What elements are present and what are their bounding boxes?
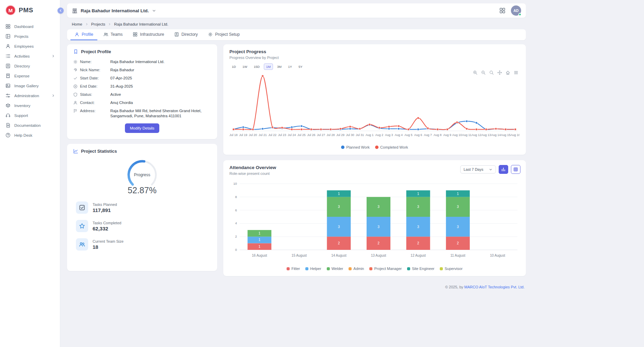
star-icon — [76, 220, 88, 232]
field-value: Raja Bahadur International Ltd. — [110, 59, 211, 64]
card-title: Project Profile — [81, 49, 111, 54]
field-value: Raja Bahadur — [110, 67, 211, 73]
infrastructure-tab-icon — [133, 32, 138, 37]
legend-completed-work[interactable]: Completed Work — [375, 145, 408, 149]
sidebar-item-activities[interactable]: Activities — [0, 51, 60, 61]
legend-site-engineer[interactable]: Site Engineer — [407, 267, 434, 271]
sidebar-item-expense[interactable]: Expense — [0, 71, 60, 81]
range-3m-button[interactable]: 3M — [275, 63, 284, 70]
range-15d-button[interactable]: 15D — [251, 63, 262, 70]
expense-icon — [5, 73, 11, 78]
zoom-out-icon[interactable] — [481, 70, 486, 75]
user-avatar[interactable]: AD — [511, 5, 521, 16]
sidebar-item-dashboard[interactable]: Dashboard — [0, 21, 60, 31]
svg-text:2: 2 — [417, 241, 419, 245]
footer-company-link[interactable]: MARCO AIoT Technologies Pvt. Ltd. — [464, 285, 525, 289]
svg-text:2: 2 — [338, 241, 340, 245]
sidebar-item-support[interactable]: Support — [0, 110, 60, 120]
field-label-end-date: End Date: — [73, 84, 108, 89]
project-progress-chart[interactable]: Jul 18Jul 19Jul 20Jul 21Jul 22Jul 23Jul … — [229, 71, 519, 144]
card-subtitle: Progress Overview by Project — [229, 56, 520, 60]
company-switcher[interactable]: Raja Bahadur International Ltd. — [72, 8, 156, 14]
sidebar-item-employees[interactable]: Employees — [0, 41, 60, 51]
breadcrumb-item-home[interactable]: Home — [72, 22, 82, 26]
legend-admin[interactable]: Admin — [349, 267, 364, 271]
profile-fields: Name:Raja Bahadur International Ltd.Nick… — [73, 59, 211, 119]
tab-label: Teams — [111, 32, 123, 37]
legend-fitter[interactable]: Fitter — [287, 267, 300, 271]
sidebar-item-directory[interactable]: Directory — [0, 61, 60, 71]
legend-project-manager[interactable]: Project Manager — [369, 267, 402, 271]
legend-welder[interactable]: Welder — [327, 267, 343, 271]
svg-text:2: 2 — [377, 241, 380, 245]
sidebar-collapse-button[interactable] — [58, 7, 64, 14]
pan-icon[interactable] — [497, 70, 502, 75]
field-label-start-date: Start Date: — [73, 76, 108, 81]
sidebar-item-help-desk[interactable]: Help Desk — [0, 130, 60, 140]
sidebar-item-label: Dashboard — [14, 25, 55, 29]
range-1m-button[interactable]: 1M — [264, 63, 273, 70]
range-1w-button[interactable]: 1W — [240, 63, 249, 70]
attendance-chart[interactable]: 024681011116 August15 August233114 Augus… — [229, 180, 519, 265]
tab-directory[interactable]: Directory — [170, 29, 202, 40]
date-range-select[interactable]: Last 7 Days — [460, 165, 496, 174]
tab-infrastructure[interactable]: Infrastructure — [129, 29, 168, 40]
circle-cross-icon — [73, 84, 78, 89]
copyright-text: © 2025, by — [445, 285, 463, 289]
svg-text:1: 1 — [338, 192, 340, 196]
tab-bar: ProfileTeamsInfrastructureDirectoryProje… — [67, 29, 526, 40]
svg-text:0: 0 — [235, 248, 237, 252]
svg-text:Aug 9: Aug 9 — [443, 133, 451, 137]
svg-text:Aug 15: Aug 15 — [501, 133, 511, 137]
menu-icon[interactable] — [514, 70, 518, 75]
dashboard-icon — [5, 24, 11, 29]
gauge-label: Progress — [125, 172, 159, 177]
footer: © 2025, by MARCO AIoT Technologies Pvt. … — [223, 282, 526, 289]
legend-helper[interactable]: Helper — [305, 267, 321, 271]
svg-text:Jul 30: Jul 30 — [346, 133, 354, 137]
sidebar-item-documentation[interactable]: Documentation — [0, 120, 60, 130]
selection-icon[interactable] — [489, 70, 494, 75]
svg-text:1: 1 — [417, 192, 419, 196]
bar-chart-legend: FitterHelperWelderAdminProject ManagerSi… — [229, 267, 520, 271]
range-5y-button[interactable]: 5Y — [296, 63, 305, 70]
apps-grid-button[interactable] — [499, 7, 505, 14]
task-check-icon — [76, 201, 88, 214]
svg-text:Aug 13: Aug 13 — [481, 133, 491, 137]
sidebar-item-label: Inventory — [14, 104, 55, 108]
range-1y-button[interactable]: 1Y — [286, 63, 294, 70]
sidebar-item-projects[interactable]: Projects — [0, 31, 60, 41]
main-content: Raja Bahadur International Ltd. AD HomeP… — [67, 0, 526, 289]
tab-teams[interactable]: Teams — [99, 29, 127, 40]
svg-text:Aug 14: Aug 14 — [491, 133, 501, 137]
table-view-button[interactable] — [511, 165, 520, 174]
modify-details-button[interactable]: Modify Details — [125, 123, 159, 133]
sidebar-item-label: Expense — [14, 74, 55, 78]
projects-icon — [5, 34, 11, 39]
field-label-contact: Contact: — [73, 100, 108, 105]
sidebar-item-label: Help Desk — [14, 133, 55, 137]
svg-text:3: 3 — [417, 225, 419, 229]
app-logo[interactable]: M PMS — [0, 0, 60, 21]
legend-supervisor[interactable]: Supervisor — [440, 267, 463, 271]
field-value: Raja Bahadur Mill Rd, behind Sheraton Gr… — [110, 108, 211, 119]
chevron-right-icon — [108, 22, 111, 26]
svg-text:Aug 5: Aug 5 — [404, 133, 413, 137]
svg-text:1: 1 — [259, 245, 261, 248]
chevron-right-icon — [51, 54, 55, 58]
sidebar-item-inventory[interactable]: Inventory — [0, 101, 60, 110]
project-profile-card: Project Profile Name:Raja Bahadur Intern… — [67, 44, 217, 139]
home-icon[interactable] — [505, 70, 510, 75]
range-1d-button[interactable]: 1D — [229, 63, 238, 70]
field-value: Active — [110, 92, 211, 97]
tab-project-setup[interactable]: Project Setup — [204, 29, 244, 40]
breadcrumb-item-projects[interactable]: Projects — [91, 22, 106, 26]
tab-profile[interactable]: Profile — [70, 29, 97, 40]
directory-tab-icon — [174, 32, 179, 37]
bar-view-button[interactable] — [499, 165, 508, 174]
zoom-in-icon[interactable] — [473, 70, 478, 75]
sidebar-item-image-gallery[interactable]: Image Gallery — [0, 81, 60, 91]
sidebar-item-label: Directory — [14, 64, 55, 68]
legend-planned-work[interactable]: Planned Work — [341, 145, 370, 149]
sidebar-item-administration[interactable]: Administration — [0, 91, 60, 101]
